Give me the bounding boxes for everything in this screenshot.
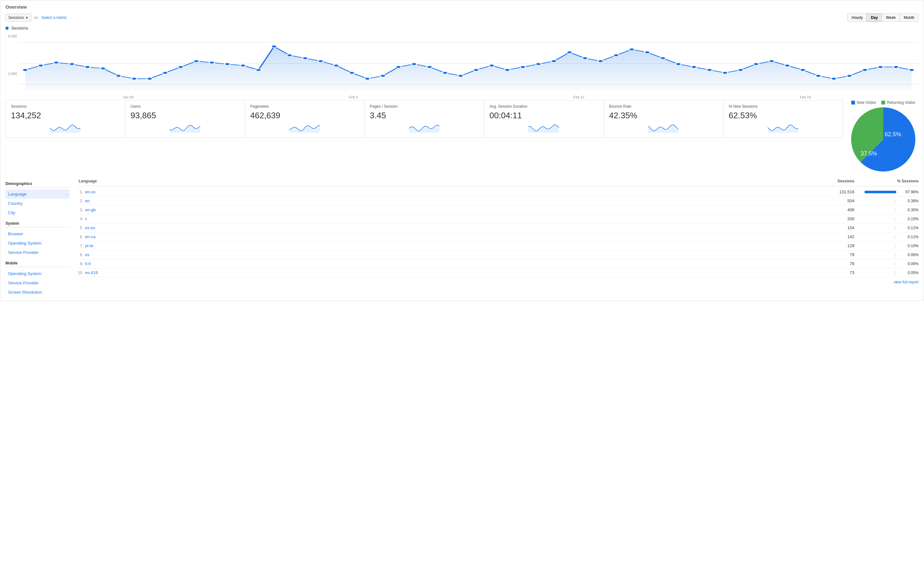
demo-item-browser[interactable]: Browser (5, 229, 69, 239)
sessions-legend-dot (5, 27, 9, 30)
new-visitor-label: New Visitor (857, 100, 876, 105)
svg-point-20 (287, 54, 292, 56)
row-language[interactable]: c (85, 216, 822, 221)
row-pct-text: 0.05% (899, 271, 919, 275)
row-pct-text: 0.11% (899, 226, 919, 230)
pct-bar-wrap (865, 191, 897, 193)
demo-item-label: Country (8, 201, 23, 206)
row-language[interactable]: en-us (85, 189, 822, 194)
svg-point-24 (349, 71, 355, 74)
demographics-items: Language›CountryCitySystemBrowserOperati… (5, 189, 69, 297)
table-row: 1.en-us131,51697.96% (78, 187, 919, 197)
row-rank: 1. (78, 190, 85, 194)
row-pct-container: |0.30% (855, 207, 919, 212)
select-metric-link[interactable]: Select a metric (41, 15, 67, 20)
row-rank: 10. (78, 271, 85, 275)
metric-card-avg--session-duration: Avg. Session Duration00:04:11 (484, 100, 604, 138)
svg-point-34 (505, 69, 510, 71)
time-btn-week[interactable]: Week (882, 13, 900, 22)
svg-point-17 (240, 64, 246, 67)
returning-visitor-legend: Returning Visitor (881, 100, 916, 105)
svg-point-56 (846, 74, 852, 77)
metric-select-dropdown[interactable]: Sessions ▼ (5, 14, 31, 21)
pct-divider: | (895, 207, 895, 212)
time-btn-month[interactable]: Month (900, 13, 919, 22)
pct-bar (865, 191, 896, 193)
row-pct-text: 0.06% (899, 253, 919, 257)
toolbar: Sessions ▼ vs. Select a metric HourlyDay… (5, 13, 919, 22)
time-btn-hourly[interactable]: Hourly (847, 13, 867, 22)
x-label-jan29: Jan 29 (123, 95, 134, 99)
pct-divider: | (895, 226, 895, 230)
svg-point-6 (69, 63, 74, 65)
table-header: Language Sessions % Sessions (78, 177, 919, 186)
svg-point-44 (660, 57, 666, 60)
svg-point-57 (862, 69, 867, 71)
demo-item-service-provider[interactable]: Service Provider (5, 278, 69, 287)
svg-point-28 (411, 63, 417, 65)
demo-item-operating-system[interactable]: Operating System (5, 269, 69, 278)
demo-section-mobile: Mobile (5, 261, 69, 267)
row-language[interactable]: es (85, 252, 822, 257)
svg-point-45 (676, 63, 681, 65)
row-rank: 2. (78, 199, 85, 203)
svg-text:37.5%: 37.5% (861, 150, 877, 157)
row-sessions: 73 (822, 270, 855, 275)
row-language[interactable]: en-ca (85, 234, 822, 239)
col-header-sessions: Sessions (822, 179, 855, 183)
view-full-report-link[interactable]: view full report (78, 277, 919, 284)
row-language[interactable]: pt-br (85, 243, 822, 248)
row-pct-text: 97.96% (899, 190, 919, 194)
svg-point-9 (116, 74, 121, 77)
time-btn-day[interactable]: Day (867, 13, 882, 22)
row-language[interactable]: it-it (85, 261, 822, 266)
svg-point-55 (831, 77, 837, 80)
pct-divider: | (895, 270, 895, 275)
row-pct-text: 0.10% (899, 243, 919, 248)
metric-card-users: Users93,865 (125, 100, 245, 138)
demo-item-city[interactable]: City (5, 208, 69, 218)
svg-point-8 (100, 67, 105, 70)
row-sessions: 200 (822, 216, 855, 221)
svg-point-43 (645, 51, 650, 53)
x-label-feb5: Feb 5 (349, 95, 358, 99)
svg-point-47 (707, 69, 712, 71)
table-row: 7.pt-br129|0.10% (78, 242, 919, 250)
metric-name: Users (131, 104, 240, 109)
chart-container: 6,000 3,000 (5, 33, 919, 94)
dropdown-arrow-icon: ▼ (25, 16, 29, 19)
table-row: 3.en-gb406|0.30% (78, 205, 919, 214)
row-sessions: 131,516 (822, 189, 855, 194)
returning-visitor-label: Returning Visitor (887, 100, 916, 105)
demo-item-country[interactable]: Country (5, 199, 69, 208)
metric-name: Avg. Session Duration (489, 104, 598, 109)
demo-item-service-provider[interactable]: Service Provider (5, 248, 69, 257)
pct-divider: | (895, 252, 895, 257)
demo-item-label: Service Provider (8, 280, 39, 285)
row-pct-container: |0.10% (855, 243, 919, 248)
table-row: 2.en504|0.38% (78, 197, 919, 205)
vs-label: vs. (34, 15, 39, 20)
demo-item-label: Operating System (8, 271, 41, 276)
demo-item-screen-resolution[interactable]: Screen Resolution (5, 287, 69, 297)
row-language[interactable]: en (85, 198, 822, 203)
demo-item-label: Operating System (8, 241, 41, 245)
svg-point-29 (427, 66, 432, 68)
row-pct-text: 0.15% (899, 217, 919, 221)
row-language[interactable]: es-es (85, 226, 822, 230)
demographics-sidebar: Demographics Language›CountryCitySystemB… (5, 177, 69, 297)
demo-item-language[interactable]: Language› (5, 189, 69, 199)
row-language[interactable]: en-gb (85, 207, 822, 212)
svg-point-13 (178, 66, 184, 68)
demo-item-operating-system[interactable]: Operating System (5, 239, 69, 248)
svg-point-51 (769, 60, 774, 63)
svg-point-38 (567, 51, 572, 53)
row-pct-text: 0.11% (899, 235, 919, 239)
metric-value: 42.35% (609, 111, 718, 121)
metric-value: 93,865 (131, 111, 240, 121)
svg-point-48 (722, 71, 728, 74)
metric-card-sessions: Sessions134,252 (5, 100, 126, 138)
row-language[interactable]: es-419 (85, 270, 822, 275)
svg-point-18 (256, 69, 261, 71)
svg-point-46 (691, 66, 696, 68)
